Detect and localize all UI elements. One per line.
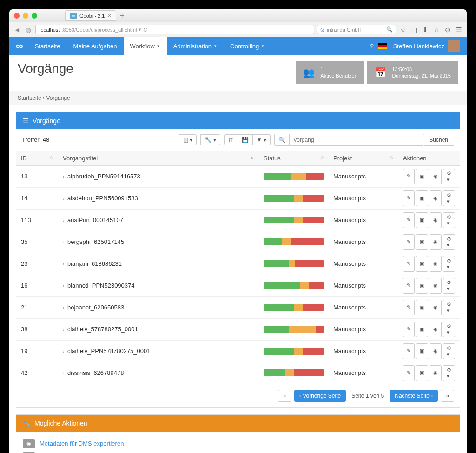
settings-button[interactable]: ⚙ ▾ (443, 365, 455, 381)
edit-button[interactable]: ✎ (403, 365, 415, 381)
globe-button[interactable]: ◉ (430, 278, 442, 294)
url-bar[interactable]: localhost:8080/Goobi/uii/process_all.xht… (35, 25, 314, 34)
tab-close-icon[interactable]: × (107, 12, 111, 19)
globe-button[interactable]: ◉ (430, 212, 442, 228)
search-button[interactable]: Suchen (423, 134, 454, 146)
col-title[interactable]: Vorgangstitel▲ (58, 151, 259, 166)
save-button[interactable]: 💾 (238, 134, 253, 145)
nav-item-startseite[interactable]: Startseite (28, 37, 67, 55)
cell-title[interactable]: › austPrin_000145107 (58, 209, 259, 231)
dropdown-icon[interactable]: ▾ (139, 26, 141, 33)
app-logo-icon[interactable]: ∞ (16, 40, 22, 52)
settings-button[interactable]: ⚙ ▾ (443, 169, 455, 184)
col-project[interactable]: Projekt◇ (329, 151, 398, 166)
settings-button[interactable]: ⚙ ▾ (443, 190, 455, 206)
expand-icon[interactable]: › (63, 174, 64, 179)
nav-item-meine-aufgaben[interactable]: Meine Aufgaben (67, 37, 124, 55)
cell-title[interactable]: › bojaanat_620650583 (58, 296, 259, 318)
last-page-button[interactable]: » (441, 390, 454, 402)
user-name[interactable]: Steffen Hankiewicz (393, 43, 444, 50)
globe-button[interactable]: ◉ (430, 190, 442, 206)
prev-page-button[interactable]: ‹ Vorherige Seite (294, 390, 346, 402)
window-close-button[interactable] (14, 13, 20, 19)
chat-icon[interactable]: ⊝ (443, 26, 452, 33)
edit-button[interactable]: ✎ (403, 190, 415, 206)
settings-button[interactable]: ⚙ ▾ (443, 212, 455, 228)
delete-button[interactable]: 🗑 (224, 134, 238, 145)
settings-button[interactable]: ⚙ ▾ (443, 256, 455, 272)
globe-button[interactable]: ◉ (430, 256, 442, 272)
expand-icon[interactable]: › (63, 262, 64, 267)
edit-button[interactable]: ✎ (403, 256, 415, 272)
search-icon-button[interactable]: 🔍 (274, 134, 290, 146)
cell-title[interactable]: › biannoti_PPN523090374 (58, 275, 259, 296)
download-icon[interactable]: ⬇ (421, 26, 430, 33)
settings-button[interactable]: ⚙ ▾ (443, 234, 455, 250)
browser-tab[interactable]: ∞ Goobi - 2.1 × (65, 10, 116, 21)
expand-icon[interactable]: › (63, 327, 64, 332)
columns-button[interactable]: ▥ ▾ (179, 134, 197, 145)
cell-title[interactable]: › claihelv_578780275_0001 (58, 318, 259, 340)
nav-item-administration[interactable]: Administration ▼ (167, 37, 224, 55)
cell-title[interactable]: › bianjani_618686231 (58, 253, 259, 275)
expand-icon[interactable]: › (63, 371, 64, 376)
home-icon[interactable]: ⌂ (432, 26, 441, 33)
globe-button[interactable]: ◉ (430, 322, 442, 337)
col-id[interactable]: ID◇ (16, 151, 58, 166)
globe-button[interactable]: ◉ (430, 343, 442, 359)
book-button[interactable]: ▣ (416, 365, 428, 381)
cell-title[interactable]: › alphrudeh_PPN591416573 (58, 165, 259, 187)
globe-button[interactable]: ◉ (430, 169, 442, 184)
browser-search[interactable]: ◎ intranda GmbH 🔍 (317, 25, 396, 34)
book-button[interactable]: ▣ (416, 322, 428, 337)
cell-title[interactable]: › claihelv_PPN578780275_0001 (58, 340, 259, 362)
edit-button[interactable]: ✎ (403, 212, 415, 228)
book-button[interactable]: ▣ (416, 278, 428, 294)
next-page-button[interactable]: Nächste Seite › (390, 390, 438, 402)
cell-title[interactable]: › alsdehou_PPN560091583 (58, 187, 259, 209)
book-button[interactable]: ▣ (416, 256, 428, 272)
search-input[interactable] (290, 134, 423, 146)
expand-icon[interactable]: › (63, 349, 64, 354)
new-tab-button[interactable]: + (120, 12, 124, 20)
cell-title[interactable]: › bergsphi_625017145 (58, 231, 259, 253)
clipboard-icon[interactable]: ▤ (410, 26, 418, 33)
book-button[interactable]: ▣ (416, 300, 428, 315)
menu-icon[interactable]: ☰ (455, 26, 463, 33)
nav-item-controlling[interactable]: Controlling ▼ (224, 37, 271, 55)
cell-title[interactable]: › dissinsis_626789478 (58, 362, 259, 384)
window-minimize-button[interactable] (23, 13, 28, 19)
book-button[interactable]: ▣ (416, 212, 428, 228)
help-icon[interactable]: ? (370, 43, 373, 50)
settings-button[interactable]: ⚙ ▾ (443, 278, 455, 294)
book-button[interactable]: ▣ (416, 343, 428, 359)
action-link[interactable]: Metadaten für DMS exportieren (40, 440, 124, 447)
tools-button[interactable]: 🔧 ▾ (200, 134, 220, 145)
edit-button[interactable]: ✎ (403, 300, 415, 315)
edit-button[interactable]: ✎ (403, 278, 415, 294)
star-icon[interactable]: ☆ (399, 26, 407, 33)
first-page-button[interactable]: « (278, 390, 291, 402)
edit-button[interactable]: ✎ (403, 234, 415, 250)
globe-button[interactable]: ◉ (430, 300, 442, 315)
edit-button[interactable]: ✎ (403, 343, 415, 359)
book-button[interactable]: ▣ (416, 190, 428, 206)
expand-icon[interactable]: › (63, 240, 64, 245)
globe-button[interactable]: ◉ (430, 365, 442, 381)
filter-button[interactable]: ▼ ▾ (253, 134, 271, 145)
breadcrumb-home[interactable]: Startseite (18, 95, 41, 101)
book-button[interactable]: ▣ (416, 169, 428, 184)
settings-button[interactable]: ⚙ ▾ (443, 322, 455, 337)
language-flag-icon[interactable] (378, 43, 387, 49)
col-status[interactable]: Status◇ (259, 151, 329, 166)
edit-button[interactable]: ✎ (403, 169, 415, 184)
expand-icon[interactable]: › (63, 305, 64, 310)
book-button[interactable]: ▣ (416, 234, 428, 250)
nav-item-workflow[interactable]: Workflow ▼ (124, 37, 167, 55)
reload-icon[interactable]: C (143, 27, 147, 33)
settings-button[interactable]: ⚙ ▾ (443, 343, 455, 359)
expand-icon[interactable]: › (63, 196, 64, 201)
window-maximize-button[interactable] (32, 13, 37, 19)
edit-button[interactable]: ✎ (403, 322, 415, 337)
expand-icon[interactable]: › (63, 283, 64, 289)
